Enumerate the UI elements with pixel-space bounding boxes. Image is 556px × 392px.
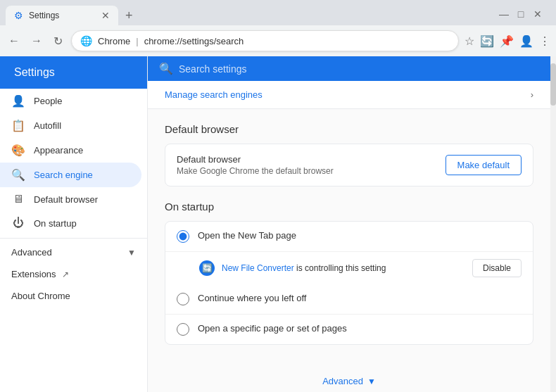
tab-favicon-icon: ⚙ [14, 10, 23, 21]
content-inner: Default browser Default browser Make Goo… [148, 123, 550, 362]
sidebar-item-people[interactable]: 👤 People [0, 89, 147, 113]
sidebar-item-appearance-label: Appearance [34, 145, 83, 156]
startup-option-specific[interactable]: Open a specific page or set of pages [165, 314, 533, 344]
startup-label-new-tab: Open the New Tab page [198, 230, 296, 241]
startup-card: Open the New Tab page 🔄 New File Convert… [165, 221, 533, 345]
default-browser-icon: 🖥 [11, 193, 25, 206]
settings-search-bar: 🔍 [148, 56, 550, 81]
address-bar: ← → ↻ 🌐 Chrome | chrome://settings/searc… [0, 25, 556, 56]
advanced-bottom-label: Advanced [322, 376, 363, 386]
manage-search-engines-label: Manage search engines [165, 89, 263, 100]
advanced-bottom-button[interactable]: Advanced ▼ [305, 367, 393, 392]
sidebar-item-autofill[interactable]: 📋 Autofill [0, 113, 147, 138]
extension-warning-suffix: is controlling this setting [294, 263, 386, 273]
profile-icon[interactable]: 👤 [519, 34, 533, 48]
default-browser-card-content: Default browser Make Google Chrome the d… [177, 154, 437, 176]
sidebar-extensions[interactable]: Extensions ↗ [0, 263, 147, 285]
sidebar-item-search-engine-label: Search engine [34, 170, 93, 180]
manage-bar-arrow-icon: › [531, 89, 533, 100]
sidebar-divider [0, 238, 147, 239]
address-right-icons: ☆ 🔄 📌 👤 ⋮ [465, 34, 550, 48]
refresh-button[interactable]: ↻ [51, 32, 65, 51]
sidebar-item-default-browser-label: Default browser [34, 194, 98, 205]
manage-search-engines-bar[interactable]: Manage search engines › [148, 81, 550, 109]
settings-search-input[interactable] [179, 63, 539, 75]
sidebar-item-autofill-label: Autofill [34, 120, 61, 131]
address-url: chrome://settings/search [144, 36, 244, 46]
bookmark-icon[interactable]: ☆ [465, 34, 474, 48]
window-controls: — □ ✕ [497, 8, 550, 23]
default-browser-section-title: Default browser [165, 123, 533, 135]
close-button[interactable]: ✕ [531, 8, 545, 20]
make-default-button[interactable]: Make default [446, 155, 522, 175]
extension-warning-text: New File Converter is controlling this s… [222, 263, 465, 273]
sidebar-item-search-engine[interactable]: 🔍 Search engine [0, 163, 141, 187]
extensions-external-icon: ↗ [62, 270, 69, 279]
back-button[interactable]: ← [6, 32, 23, 50]
about-chrome-label: About Chrome [11, 291, 70, 301]
default-browser-card-title: Default browser [177, 154, 437, 165]
sidebar-item-appearance[interactable]: 🎨 Appearance [0, 138, 147, 163]
default-browser-card-subtitle: Make Google Chrome the default browser [177, 166, 437, 176]
sidebar-item-on-startup-label: On startup [34, 218, 77, 229]
site-icon: 🌐 [80, 35, 92, 46]
people-icon: 👤 [11, 94, 25, 108]
startup-label-continue: Continue where you left off [198, 293, 306, 303]
default-browser-card: Default browser Make Google Chrome the d… [165, 144, 533, 186]
startup-radio-specific[interactable] [177, 323, 189, 336]
tab-bar: ⚙ Settings ✕ + — □ ✕ [0, 0, 556, 25]
appearance-icon: 🎨 [11, 144, 25, 157]
sidebar-advanced-section[interactable]: Advanced ▼ [0, 241, 147, 263]
new-tab-button[interactable]: + [121, 7, 137, 25]
extensions-label: Extensions [11, 269, 56, 279]
maximize-button[interactable]: □ [514, 8, 528, 20]
address-input[interactable]: 🌐 Chrome | chrome://settings/search [71, 30, 459, 51]
sidebar-advanced-label: Advanced [11, 247, 52, 258]
startup-label-specific: Open a specific page or set of pages [198, 323, 347, 334]
startup-radio-continue[interactable] [177, 293, 189, 305]
sidebar-item-people-label: People [34, 96, 62, 106]
advanced-bottom-arrow-icon: ▼ [367, 377, 376, 386]
forward-button[interactable]: → [28, 32, 45, 50]
sidebar-item-default-browser[interactable]: 🖥 Default browser [0, 187, 147, 211]
minimize-button[interactable]: — [497, 8, 511, 20]
extension-name-link[interactable]: New File Converter [222, 263, 294, 273]
on-startup-section-title: On startup [165, 201, 533, 213]
default-browser-card-row: Default browser Make Google Chrome the d… [165, 144, 533, 186]
startup-option-new-tab[interactable]: Open the New Tab page [165, 222, 533, 251]
app-body: Settings 👤 People 📋 Autofill 🎨 Appearanc… [0, 56, 556, 392]
autofill-icon: 📋 [11, 119, 25, 132]
scrollbar-track[interactable] [550, 56, 556, 392]
sync-icon[interactable]: 🔄 [480, 34, 494, 48]
extension-warning-row: 🔄 New File Converter is controlling this… [165, 251, 533, 284]
startup-option-continue[interactable]: Continue where you left off [165, 284, 533, 314]
main-content: 🔍 Manage search engines › Default browse… [148, 56, 550, 392]
site-name: Chrome [98, 36, 130, 46]
browser-window: ⚙ Settings ✕ + — □ ✕ ← → ↻ 🌐 Chrome | ch… [0, 0, 556, 56]
active-tab[interactable]: ⚙ Settings ✕ [6, 6, 118, 25]
search-engine-icon: 🔍 [11, 168, 25, 182]
on-startup-icon: ⏻ [11, 217, 25, 229]
advanced-expand-icon: ▼ [127, 248, 136, 258]
disable-extension-button[interactable]: Disable [472, 259, 522, 277]
menu-icon[interactable]: ⋮ [539, 34, 550, 48]
sidebar-title: Settings [0, 56, 147, 89]
sidebar-about-chrome[interactable]: About Chrome [0, 285, 147, 307]
extension-icon[interactable]: 📌 [500, 34, 514, 48]
extension-logo-icon: 🔄 [199, 260, 215, 276]
sidebar-item-on-startup[interactable]: ⏻ On startup [0, 211, 147, 235]
sidebar: Settings 👤 People 📋 Autofill 🎨 Appearanc… [0, 56, 148, 392]
search-icon: 🔍 [159, 62, 173, 75]
startup-radio-new-tab[interactable] [177, 230, 189, 243]
scrollbar-thumb[interactable] [550, 63, 556, 106]
tab-title: Settings [29, 11, 96, 20]
address-separator: | [136, 36, 138, 46]
tab-close-icon[interactable]: ✕ [101, 10, 110, 21]
